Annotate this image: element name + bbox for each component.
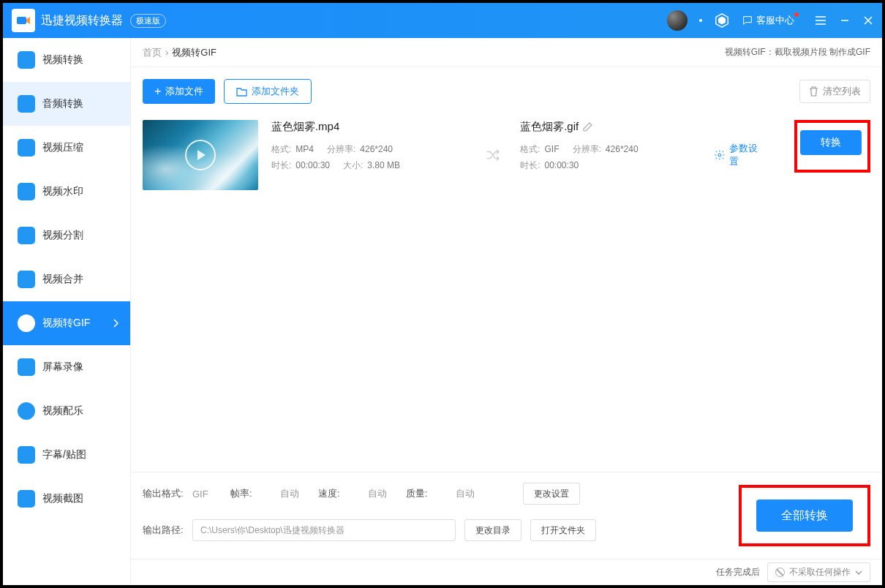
add-folder-button[interactable]: 添加文件夹 xyxy=(224,79,312,104)
sidebar-label: 视频分割 xyxy=(42,229,83,242)
app-title: 迅捷视频转换器 xyxy=(41,13,123,29)
file-list: 蓝色烟雾.mp4 格式:MP4 分辨率:426*240 时长:00:00:30 … xyxy=(131,116,882,472)
sidebar: 视频转换 音频转换 视频压缩 视频水印 视频分割 视频合并 xyxy=(3,38,131,585)
out-quality-value: 自动 xyxy=(456,487,485,500)
out-format-label: 输出格式: xyxy=(143,487,184,500)
chat-icon xyxy=(742,15,753,26)
close-icon[interactable] xyxy=(863,15,873,26)
sidebar-item-subtitle[interactable]: 字幕/贴图 xyxy=(3,433,130,477)
add-file-button[interactable]: + 添加文件 xyxy=(143,79,215,104)
svg-rect-0 xyxy=(17,17,26,24)
plus-icon: + xyxy=(154,85,161,98)
ban-icon xyxy=(775,568,785,577)
sidebar-label: 字幕/贴图 xyxy=(42,448,86,461)
output-panel: 输出格式: GIF 帧率: 自动 速度: 自动 质量: 自动 更改设置 输出路径… xyxy=(131,472,882,559)
after-task-select[interactable]: 不采取任何操作 xyxy=(767,562,870,582)
edit-icon[interactable] xyxy=(583,122,592,132)
sidebar-item-video-convert[interactable]: 视频转换 xyxy=(3,38,130,82)
out-speed-value: 自动 xyxy=(368,487,397,500)
gear-icon xyxy=(714,149,726,161)
folder-icon xyxy=(236,87,247,97)
params-label: 参数设置 xyxy=(729,142,767,168)
source-info: 蓝色烟雾.mp4 格式:MP4 分辨率:426*240 时长:00:00:30 … xyxy=(271,120,467,173)
change-dir-button[interactable]: 更改目录 xyxy=(464,519,521,541)
breadcrumb-desc: 视频转GIF：截取视频片段 制作成GIF xyxy=(725,46,870,59)
footer: 任务完成后 不采取任何操作 xyxy=(131,559,882,585)
target-info: 蓝色烟雾.gif 格式:GIF 分辨率:426*240 时长:00:00:30 xyxy=(520,120,701,173)
subtitle-icon xyxy=(18,446,35,464)
toolbar: + 添加文件 添加文件夹 清空列表 xyxy=(131,67,882,116)
chevron-right-icon xyxy=(113,319,118,328)
app-logo-icon xyxy=(12,9,35,32)
convert-button[interactable]: 转换 xyxy=(800,130,862,155)
breadcrumb: 首页 › 视频转GIF 视频转GIF：截取视频片段 制作成GIF xyxy=(131,38,882,67)
sidebar-label: 视频截图 xyxy=(42,492,83,505)
sidebar-item-audio-convert[interactable]: 音频转换 xyxy=(3,82,130,126)
video-compress-icon xyxy=(18,139,35,157)
sidebar-label: 视频配乐 xyxy=(42,404,83,418)
clear-list-button[interactable]: 清空列表 xyxy=(799,80,870,103)
out-format-value: GIF xyxy=(192,489,222,500)
target-filename: 蓝色烟雾.gif xyxy=(520,120,579,134)
screen-record-icon xyxy=(18,358,35,376)
sidebar-item-video-audio[interactable]: 视频配乐 xyxy=(3,389,130,433)
open-folder-button[interactable]: 打开文件夹 xyxy=(530,519,596,541)
svg-point-3 xyxy=(718,154,721,157)
video-audio-icon xyxy=(18,402,35,420)
output-path-input[interactable] xyxy=(192,519,456,541)
minimize-icon[interactable] xyxy=(840,15,850,26)
sidebar-label: 视频合并 xyxy=(42,273,83,286)
sidebar-label: 视频转换 xyxy=(42,53,83,67)
breadcrumb-home[interactable]: 首页 xyxy=(143,46,162,59)
convert-all-button[interactable]: 全部转换 xyxy=(756,500,853,532)
user-avatar[interactable] xyxy=(667,10,688,31)
breadcrumb-sep: › xyxy=(165,47,168,58)
separator-dot xyxy=(699,19,702,22)
support-label: 客服中心 xyxy=(756,14,794,27)
add-file-label: 添加文件 xyxy=(165,85,203,98)
video-convert-icon xyxy=(18,51,35,69)
change-settings-button[interactable]: 更改设置 xyxy=(523,483,580,505)
sidebar-item-screenshot[interactable]: 视频截图 xyxy=(3,477,130,521)
app-edition-badge: 极速版 xyxy=(130,14,166,28)
params-settings-link[interactable]: 参数设置 xyxy=(714,142,767,168)
breadcrumb-current: 视频转GIF xyxy=(172,46,216,59)
play-icon xyxy=(185,140,216,170)
sidebar-item-video-split[interactable]: 视频分割 xyxy=(3,214,130,257)
notification-dot xyxy=(794,12,799,17)
sidebar-label: 音频转换 xyxy=(42,97,83,110)
sidebar-item-video-to-gif[interactable]: 视频转GIF xyxy=(3,301,130,345)
main-panel: 首页 › 视频转GIF 视频转GIF：截取视频片段 制作成GIF + 添加文件 … xyxy=(131,38,882,585)
sidebar-label: 屏幕录像 xyxy=(42,361,83,374)
audio-convert-icon xyxy=(18,95,35,113)
play-overlay xyxy=(143,120,258,190)
video-split-icon xyxy=(18,227,35,244)
svg-marker-2 xyxy=(718,17,726,25)
sidebar-label: 视频水印 xyxy=(42,185,83,198)
sidebar-item-video-watermark[interactable]: 视频水印 xyxy=(3,170,130,214)
convert-all-highlight-box: 全部转换 xyxy=(739,485,870,546)
after-task-value: 不采取任何操作 xyxy=(789,566,851,578)
out-path-label: 输出路径: xyxy=(143,524,184,537)
screenshot-icon xyxy=(18,490,35,508)
trash-icon xyxy=(809,86,818,97)
source-filename: 蓝色烟雾.mp4 xyxy=(271,120,467,134)
video-to-gif-icon xyxy=(18,314,35,332)
video-merge-icon xyxy=(18,271,35,288)
sidebar-item-video-compress[interactable]: 视频压缩 xyxy=(3,126,130,170)
add-folder-label: 添加文件夹 xyxy=(252,85,299,98)
sidebar-item-screen-record[interactable]: 屏幕录像 xyxy=(3,345,130,389)
menu-icon[interactable] xyxy=(815,15,826,26)
sidebar-item-video-merge[interactable]: 视频合并 xyxy=(3,257,130,301)
video-watermark-icon xyxy=(18,183,35,200)
out-fps-label: 帧率: xyxy=(230,487,271,500)
clear-list-label: 清空列表 xyxy=(823,85,861,98)
vip-icon[interactable] xyxy=(714,12,730,29)
after-task-label: 任务完成后 xyxy=(716,566,760,578)
support-link[interactable]: 客服中心 xyxy=(742,14,794,27)
out-quality-label: 质量: xyxy=(406,487,447,500)
sidebar-label: 视频压缩 xyxy=(42,141,83,154)
title-bar-tools: 客服中心 xyxy=(667,10,873,31)
sidebar-label: 视频转GIF xyxy=(42,317,90,330)
video-thumbnail[interactable] xyxy=(143,120,258,190)
